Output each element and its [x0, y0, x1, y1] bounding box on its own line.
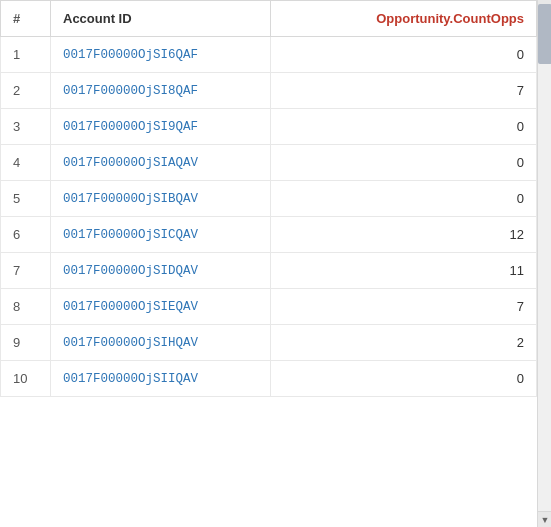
- account-id-cell[interactable]: 0017F00000OjSIAQAV: [51, 145, 271, 181]
- account-id-cell[interactable]: 0017F00000OjSIBQAV: [51, 181, 271, 217]
- account-id-cell[interactable]: 0017F00000OjSI8QAF: [51, 73, 271, 109]
- account-id-cell[interactable]: 0017F00000OjSI6QAF: [51, 37, 271, 73]
- table-row: 20017F00000OjSI8QAF7: [1, 73, 537, 109]
- table-row: 30017F00000OjSI9QAF0: [1, 109, 537, 145]
- count-opps-cell: 0: [271, 145, 537, 181]
- row-number: 3: [1, 109, 51, 145]
- table-row: 70017F00000OjSIDQAV11: [1, 253, 537, 289]
- account-id-cell[interactable]: 0017F00000OjSIIQAV: [51, 361, 271, 397]
- table-row: 80017F00000OjSIEQAV7: [1, 289, 537, 325]
- row-number: 9: [1, 325, 51, 361]
- row-number: 6: [1, 217, 51, 253]
- count-opps-cell: 0: [271, 361, 537, 397]
- table-wrapper: # Account ID Opportunity.CountOpps 10017…: [0, 0, 537, 527]
- main-container: # Account ID Opportunity.CountOpps 10017…: [0, 0, 551, 527]
- scrollbar-thumb[interactable]: [538, 4, 551, 64]
- row-number: 4: [1, 145, 51, 181]
- count-opps-cell: 12: [271, 217, 537, 253]
- count-opps-cell: 0: [271, 181, 537, 217]
- account-id-cell[interactable]: 0017F00000OjSIEQAV: [51, 289, 271, 325]
- account-id-cell[interactable]: 0017F00000OjSICQAV: [51, 217, 271, 253]
- table-row: 60017F00000OjSICQAV12: [1, 217, 537, 253]
- table-row: 10017F00000OjSI6QAF0: [1, 37, 537, 73]
- table-row: 90017F00000OjSIHQAV2: [1, 325, 537, 361]
- account-id-cell[interactable]: 0017F00000OjSIDQAV: [51, 253, 271, 289]
- hash-header: #: [1, 1, 51, 37]
- count-opps-cell: 11: [271, 253, 537, 289]
- row-number: 7: [1, 253, 51, 289]
- count-opps-cell: 7: [271, 289, 537, 325]
- row-number: 5: [1, 181, 51, 217]
- row-number: 2: [1, 73, 51, 109]
- account-id-cell[interactable]: 0017F00000OjSIHQAV: [51, 325, 271, 361]
- count-opps-cell: 0: [271, 109, 537, 145]
- count-opps-cell: 0: [271, 37, 537, 73]
- scrollbar-track[interactable]: ▲ ▼: [537, 0, 551, 527]
- row-number: 10: [1, 361, 51, 397]
- row-number: 1: [1, 37, 51, 73]
- table-row: 50017F00000OjSIBQAV0: [1, 181, 537, 217]
- data-table: # Account ID Opportunity.CountOpps 10017…: [0, 0, 537, 397]
- count-opps-cell: 7: [271, 73, 537, 109]
- table-row: 100017F00000OjSIIQAV0: [1, 361, 537, 397]
- account-id-cell[interactable]: 0017F00000OjSI9QAF: [51, 109, 271, 145]
- count-opps-header: Opportunity.CountOpps: [271, 1, 537, 37]
- count-opps-cell: 2: [271, 325, 537, 361]
- account-id-header: Account ID: [51, 1, 271, 37]
- table-row: 40017F00000OjSIAQAV0: [1, 145, 537, 181]
- row-number: 8: [1, 289, 51, 325]
- scrollbar-down-arrow[interactable]: ▼: [538, 511, 551, 527]
